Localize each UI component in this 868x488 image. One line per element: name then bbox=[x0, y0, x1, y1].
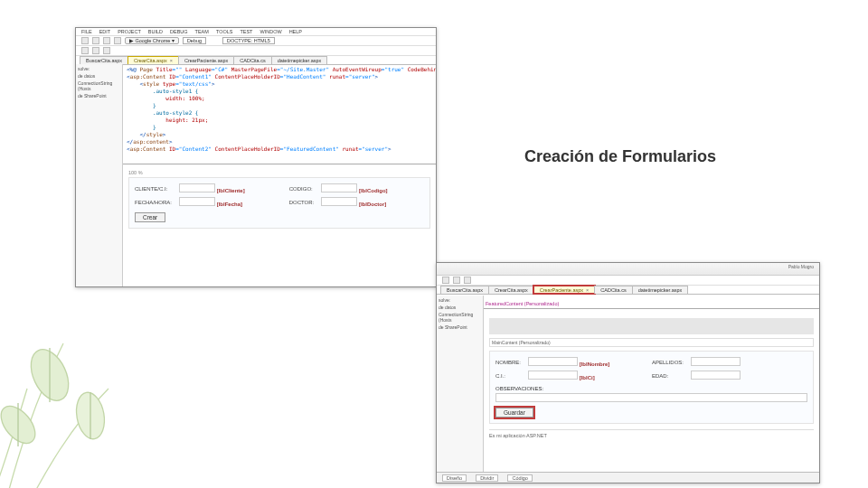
menu-bar[interactable]: FILE EDIT PROJECT BUILD DEBUG TEAM TOOLS… bbox=[76, 28, 436, 36]
format-icon[interactable] bbox=[92, 47, 99, 54]
document-tabs: BuscarCita.aspx CrearCita.aspx CrearPaci… bbox=[437, 286, 819, 295]
page-title: Creación de Formularios bbox=[524, 147, 716, 166]
close-icon[interactable]: × bbox=[170, 58, 173, 63]
tab-crearpaciente[interactable]: CrearPaciente.aspx× bbox=[533, 286, 596, 294]
menu-tools[interactable]: TOOLS bbox=[216, 29, 233, 34]
binding-lblcliente: [lblCliente] bbox=[217, 188, 245, 193]
toolbar bbox=[437, 276, 819, 286]
svg-point-0 bbox=[24, 343, 76, 407]
input-nombre[interactable] bbox=[528, 357, 578, 366]
undo-icon[interactable] bbox=[114, 37, 121, 44]
tab-crearcita[interactable]: CrearCita.aspx bbox=[488, 286, 534, 294]
label-edad: EDAD: bbox=[652, 373, 684, 379]
tab-buscarcita[interactable]: BuscarCita.aspx bbox=[440, 286, 489, 294]
label-doctor: DOCTOR: bbox=[289, 200, 315, 205]
binding-lblcodigo: [lblCodigo] bbox=[359, 188, 388, 193]
nav-back-icon[interactable] bbox=[442, 277, 449, 284]
run-browser-dropdown[interactable]: ▶ Google Chrome ▾ bbox=[125, 37, 179, 44]
content-placeholder-label: FeaturedContent (Personalizado) bbox=[486, 301, 816, 306]
menu-window[interactable]: WINDOW bbox=[259, 29, 281, 34]
menu-build[interactable]: BUILD bbox=[148, 29, 163, 34]
input-cliente[interactable] bbox=[179, 183, 215, 192]
view-switcher: Diseño Dividir Código bbox=[437, 472, 819, 483]
view-code[interactable]: Código bbox=[507, 474, 532, 482]
form-crearpaciente: NOMBRE: [lblNombre] APELLIDOS: C.I.: [lb… bbox=[489, 351, 814, 424]
guardar-button[interactable]: Guardar bbox=[495, 408, 533, 418]
menu-project[interactable]: PROJECT bbox=[118, 29, 141, 34]
code-editor[interactable]: <%@ Page Title="" Language="C#" MasterPa… bbox=[123, 64, 436, 162]
screenshot-crearcita: FILE EDIT PROJECT BUILD DEBUG TEAM TOOLS… bbox=[75, 27, 437, 287]
tab-datetimepicker[interactable]: datetimepicker.aspx bbox=[632, 286, 689, 294]
design-surface[interactable]: MainContent (Personalizado) NOMBRE: [lbl… bbox=[484, 308, 819, 463]
input-codigo[interactable] bbox=[321, 183, 357, 192]
config-dropdown[interactable]: Debug bbox=[183, 37, 206, 44]
titlebar: Pablo Mogro bbox=[437, 263, 819, 276]
menu-test[interactable]: TEST bbox=[240, 29, 252, 34]
menu-file[interactable]: FILE bbox=[81, 29, 92, 34]
maincontent-label: MainContent (Personalizado) bbox=[489, 338, 814, 347]
binding-lbldoctor: [lblDoctor] bbox=[359, 202, 386, 207]
form-crearcita: CLIENTE/C.I: [lblCliente] CODIGO: [lblCo… bbox=[128, 177, 430, 229]
design-surface[interactable]: 100 % CLIENTE/C.I: [lblCliente] CODIGO: … bbox=[123, 164, 436, 274]
menu-help[interactable]: HELP bbox=[289, 29, 302, 34]
svg-point-2 bbox=[0, 400, 42, 450]
label-apellidos: APELLIDOS: bbox=[652, 360, 684, 365]
side-toolbox[interactable]: solve: de datos ConnectionString (Hosts … bbox=[76, 64, 123, 286]
label-observaciones: OBSERVACIONES: bbox=[495, 386, 543, 391]
decorative-leaves bbox=[0, 289, 199, 488]
input-apellidos[interactable] bbox=[691, 357, 741, 366]
tab-cadcita[interactable]: CADCita.cs bbox=[594, 286, 632, 294]
menu-team[interactable]: TEAM bbox=[195, 29, 209, 34]
tab-cadcita[interactable]: CADCita.cs bbox=[233, 56, 271, 64]
toolbar-2 bbox=[76, 46, 436, 56]
label-codigo: CODIGO: bbox=[289, 186, 315, 192]
save-icon[interactable] bbox=[103, 37, 110, 44]
tab-crearpaciente[interactable]: CrearPaciente.aspx bbox=[178, 56, 234, 64]
crear-button[interactable]: Crear bbox=[135, 212, 165, 222]
label-cliente: CLIENTE/C.I: bbox=[135, 186, 172, 192]
binding-lblnombre: [lblNombre] bbox=[580, 361, 610, 367]
input-observaciones[interactable] bbox=[495, 393, 807, 402]
footer-text: Es mi aplicación ASP.NET bbox=[489, 429, 814, 438]
label-fechahora: FECHA/HORA: bbox=[135, 200, 172, 205]
tab-crearcita[interactable]: CrearCita.aspx× bbox=[127, 56, 179, 64]
view-split[interactable]: Dividir bbox=[476, 474, 498, 482]
input-ci[interactable] bbox=[528, 371, 578, 380]
label-ci: C.I.: bbox=[495, 373, 521, 379]
table-icon[interactable] bbox=[103, 47, 110, 54]
tab-datetimepicker[interactable]: datetimepicker.aspx bbox=[271, 56, 328, 64]
binding-lblci: [lblCi] bbox=[580, 375, 595, 380]
doctype-dropdown[interactable]: DOCTYPE: HTML5 bbox=[222, 37, 275, 44]
side-toolbox[interactable]: solve: de datos ConnectionString (Hosts … bbox=[437, 296, 484, 483]
toolbox-icon[interactable] bbox=[81, 47, 89, 54]
label-nombre: NOMBRE: bbox=[495, 360, 521, 365]
tab-buscarcita[interactable]: BuscarCita.aspx bbox=[80, 56, 128, 64]
close-icon[interactable]: × bbox=[586, 287, 589, 293]
binding-lblfecha: [lblFecha] bbox=[217, 202, 242, 207]
input-fechahora[interactable] bbox=[179, 197, 215, 206]
menu-edit[interactable]: EDIT bbox=[99, 29, 111, 34]
svg-point-1 bbox=[73, 390, 108, 441]
menu-debug[interactable]: DEBUG bbox=[170, 29, 188, 34]
nav-back-icon[interactable] bbox=[81, 37, 89, 44]
undo-icon[interactable] bbox=[464, 277, 471, 284]
view-design[interactable]: Diseño bbox=[442, 474, 467, 482]
zoom-indicator: 100 % bbox=[128, 170, 430, 175]
screenshot-crearpaciente: Pablo Mogro BuscarCita.aspx CrearCita.as… bbox=[436, 262, 820, 483]
toolbar: ▶ Google Chrome ▾ Debug DOCTYPE: HTML5 bbox=[76, 36, 436, 46]
save-icon[interactable] bbox=[453, 277, 460, 284]
input-doctor[interactable] bbox=[321, 197, 357, 206]
nav-fwd-icon[interactable] bbox=[92, 37, 99, 44]
input-edad[interactable] bbox=[691, 371, 741, 380]
header-band bbox=[489, 318, 814, 334]
